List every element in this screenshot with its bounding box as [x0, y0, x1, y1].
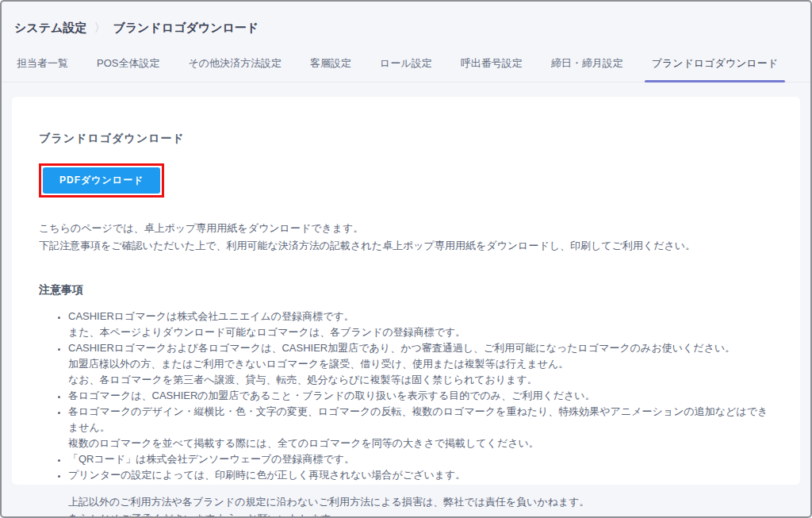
note-line: CASHIERロゴマークは株式会社ユニエイムの登録商標です。	[68, 309, 773, 324]
page-title: ブランドロゴダウンロード	[39, 132, 773, 146]
intro-text: こちらのページでは、卓上ポップ専用用紙をダウンロードできます。 下記注意事項をご…	[39, 220, 773, 255]
tab-call-number-settings[interactable]: 呼出番号設定	[458, 56, 525, 82]
tab-pos-global-settings[interactable]: POS全体設定	[94, 56, 162, 82]
note-line: 「QRコード」は株式会社デンソーウェーブの登録商標です。	[68, 451, 773, 467]
note-line: なお、各ロゴマークを第三者へ譲渡、貸与、転売、処分ならびに複製等は固く禁じられて…	[68, 372, 773, 388]
system-settings-page: システム設定 〉 ブランドロゴダウンロード 担当者一覧 POS全体設定 その他決…	[0, 0, 812, 518]
note-line: また、本ページよりダウンロード可能なロゴマークは、各ブランドの登録商標です。	[68, 324, 773, 340]
note-line: 加盟店様以外の方、またはご利用できないロゴマークを譲受、借り受け、使用または複製…	[68, 356, 773, 372]
tab-customer-segment-settings[interactable]: 客層設定	[308, 56, 354, 82]
tab-staff-list[interactable]: 担当者一覧	[14, 56, 71, 82]
list-item: プリンターの設定によっては、印刷時に色が正しく再現されない場合がございます。	[68, 467, 773, 483]
brand-logo-download-panel: ブランドロゴダウンロード PDFダウンロード こちらのページでは、卓上ポップ専用…	[12, 97, 800, 485]
disclaimer-line: あらかじめご了承くださいますよう、お願いいたします。	[68, 510, 773, 518]
breadcrumb-separator-icon: 〉	[94, 21, 105, 36]
tab-brand-logo-download[interactable]: ブランドロゴダウンロード	[649, 56, 780, 82]
note-line: 各ロゴマークのデザイン・縦横比・色・文字の変更、ロゴマークの反転、複数のロゴマー…	[68, 404, 773, 436]
breadcrumb: システム設定 〉 ブランドロゴダウンロード	[2, 2, 810, 50]
annotation-highlight-box: PDFダウンロード	[39, 163, 164, 198]
intro-line: 下記注意事項をご確認いただいた上で、利用可能な決済方法の記載された卓上ポップ専用…	[39, 237, 773, 255]
list-item: 各ロゴマークのデザイン・縦横比・色・文字の変更、ロゴマークの反転、複数のロゴマー…	[68, 404, 773, 451]
notes-heading: 注意事項	[39, 283, 773, 297]
list-item: CASHIERロゴマークは株式会社ユニエイムの登録商標です。 また、本ページより…	[68, 309, 773, 340]
note-line: CASHIERロゴマークおよび各ロゴマークは、CASHIER加盟店であり、かつ審…	[68, 340, 773, 356]
tab-closing-day-month-settings[interactable]: 締日・締月設定	[549, 56, 626, 82]
note-line: 複数のロゴマークを並べて掲載する際には、全てのロゴマークを同等の大きさで掲載して…	[68, 436, 773, 451]
note-line: 各ロゴマークは、CASHIERの加盟店であること・ブランドの取り扱いを表示する目…	[68, 388, 773, 404]
list-item: 各ロゴマークは、CASHIERの加盟店であること・ブランドの取り扱いを表示する目…	[68, 388, 773, 404]
tab-other-payment-method-settings[interactable]: その他決済方法設定	[186, 56, 284, 82]
intro-line: こちらのページでは、卓上ポップ専用用紙をダウンロードできます。	[39, 220, 773, 237]
disclaimer-text: 上記以外のご利用方法や各ブランドの規定に沿わないご利用方法による損害は、弊社では…	[68, 493, 773, 518]
breadcrumb-system-settings[interactable]: システム設定	[14, 21, 86, 36]
breadcrumb-current-page: ブランドロゴダウンロード	[113, 21, 259, 36]
settings-tabbar: 担当者一覧 POS全体設定 その他決済方法設定 客層設定 ロール設定 呼出番号設…	[2, 50, 810, 82]
disclaimer-line: 上記以外のご利用方法や各ブランドの規定に沿わないご利用方法による損害は、弊社では…	[68, 493, 773, 510]
note-line: プリンターの設定によっては、印刷時に色が正しく再現されない場合がございます。	[68, 467, 773, 483]
list-item: CASHIERロゴマークおよび各ロゴマークは、CASHIER加盟店であり、かつ審…	[68, 340, 773, 388]
pdf-download-button[interactable]: PDFダウンロード	[43, 167, 160, 194]
list-item: 「QRコード」は株式会社デンソーウェーブの登録商標です。	[68, 451, 773, 467]
notes-list: CASHIERロゴマークは株式会社ユニエイムの登録商標です。 また、本ページより…	[39, 309, 773, 483]
tab-role-settings[interactable]: ロール設定	[377, 56, 435, 82]
